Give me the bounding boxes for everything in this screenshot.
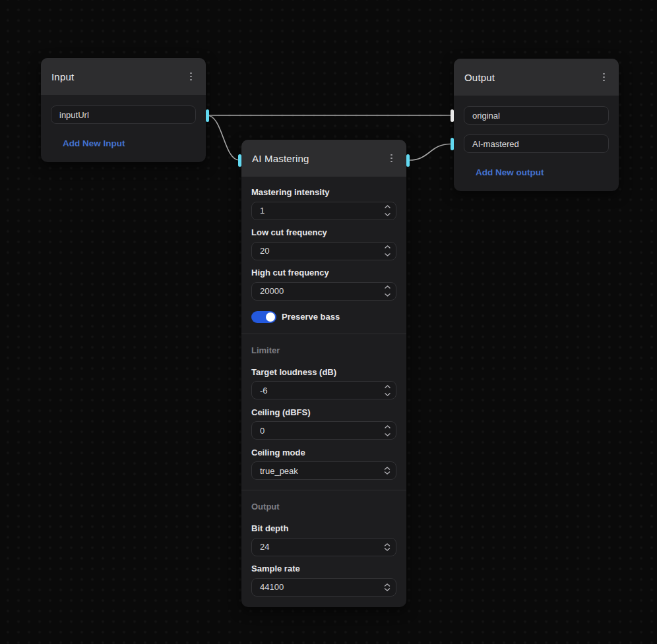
output-ai-mastered-target-port[interactable] — [451, 138, 454, 150]
low-cut-frequency-input[interactable]: 20 — [251, 242, 396, 260]
low-cut-frequency-value: 20 — [260, 246, 269, 256]
chevron-up-icon[interactable] — [382, 243, 392, 251]
limiter-section-heading: Limiter — [251, 345, 396, 357]
low-cut-frequency-label: Low cut frequency — [251, 227, 396, 239]
chevron-up-down-icon[interactable] — [382, 465, 392, 476]
edge-input-to-ai-mastering[interactable] — [207, 115, 239, 160]
output-node[interactable]: Output original AI-mastered Add New outp… — [454, 59, 619, 191]
chevron-down-icon[interactable] — [382, 390, 392, 398]
kebab-menu-icon[interactable] — [187, 70, 195, 84]
sample-rate-value: 44100 — [260, 582, 284, 592]
output-ai-mastered-value: AI-mastered — [472, 139, 519, 149]
add-new-input-button[interactable]: Add New Input — [63, 138, 125, 150]
mastering-intensity-value: 1 — [260, 206, 265, 216]
kebab-menu-icon[interactable] — [600, 71, 608, 84]
preserve-bass-toggle[interactable] — [251, 311, 276, 323]
ai-mastering-target-port[interactable] — [238, 154, 241, 167]
ai-mastering-source-port[interactable] — [406, 154, 410, 167]
ai-mastering-node[interactable]: AI Mastering Mastering intensity 1 Low c… — [241, 140, 406, 607]
chevron-down-icon[interactable] — [382, 430, 392, 438]
target-loudness-value: -6 — [260, 386, 268, 395]
ceiling-mode-value: true_peak — [260, 466, 298, 476]
bit-depth-label: Bit depth — [251, 523, 396, 535]
toggle-knob — [266, 312, 275, 322]
section-divider — [241, 334, 406, 334]
output-original-field[interactable]: original — [464, 106, 609, 125]
input-url-field[interactable]: inputUrl — [51, 105, 196, 124]
chevron-up-down-icon[interactable] — [382, 542, 392, 552]
mastering-intensity-label: Mastering intensity — [251, 187, 396, 198]
chevron-up-icon[interactable] — [382, 423, 392, 430]
ceiling-value: 0 — [260, 426, 265, 436]
target-loudness-label: Target loudness (dB) — [251, 366, 396, 378]
flow-canvas[interactable]: Input inputUrl Add New Input AI Masterin… — [0, 0, 657, 644]
input-url-value: inputUrl — [59, 110, 89, 120]
chevron-down-icon[interactable] — [382, 291, 392, 299]
mastering-intensity-input[interactable]: 1 — [251, 202, 396, 220]
chevron-up-icon[interactable] — [382, 203, 392, 211]
sample-rate-select[interactable]: 44100 — [251, 578, 396, 597]
ceiling-label: Ceiling (dBFS) — [251, 407, 396, 419]
ceiling-mode-label: Ceiling mode — [251, 447, 396, 459]
add-new-output-button[interactable]: Add New output — [476, 167, 544, 179]
chevron-down-icon[interactable] — [382, 251, 392, 259]
ai-mastering-node-title: AI Mastering — [252, 153, 309, 164]
output-original-value: original — [472, 111, 500, 121]
preserve-bass-label: Preserve bass — [282, 312, 340, 322]
ai-mastering-node-header[interactable]: AI Mastering — [241, 140, 406, 177]
ceiling-input[interactable]: 0 — [251, 421, 396, 440]
section-divider — [241, 490, 406, 490]
output-ai-mastered-field[interactable]: AI-mastered — [464, 134, 609, 153]
target-loudness-input[interactable]: -6 — [251, 381, 396, 399]
high-cut-frequency-value: 20000 — [260, 286, 284, 296]
bit-depth-value: 24 — [260, 542, 269, 552]
output-node-title: Output — [464, 72, 495, 83]
chevron-up-down-icon[interactable] — [382, 582, 392, 593]
chevron-down-icon[interactable] — [382, 211, 392, 219]
bit-depth-select[interactable]: 24 — [251, 538, 396, 556]
high-cut-frequency-label: High cut frequency — [251, 267, 396, 279]
output-section-heading: Output — [251, 501, 396, 513]
ceiling-mode-select[interactable]: true_peak — [251, 461, 396, 480]
chevron-up-icon[interactable] — [382, 283, 392, 291]
input-node-title: Input — [51, 71, 74, 82]
chevron-up-icon[interactable] — [382, 382, 392, 390]
sample-rate-label: Sample rate — [251, 563, 396, 575]
input-node-header[interactable]: Input — [41, 58, 206, 95]
high-cut-frequency-input[interactable]: 20000 — [251, 282, 396, 301]
output-node-header[interactable]: Output — [454, 59, 619, 96]
edge-ai-mastering-to-output[interactable] — [409, 144, 451, 161]
kebab-menu-icon[interactable] — [387, 152, 396, 165]
output-original-target-port[interactable] — [451, 109, 454, 122]
input-source-port[interactable] — [206, 109, 209, 122]
input-node[interactable]: Input inputUrl Add New Input — [41, 58, 206, 162]
